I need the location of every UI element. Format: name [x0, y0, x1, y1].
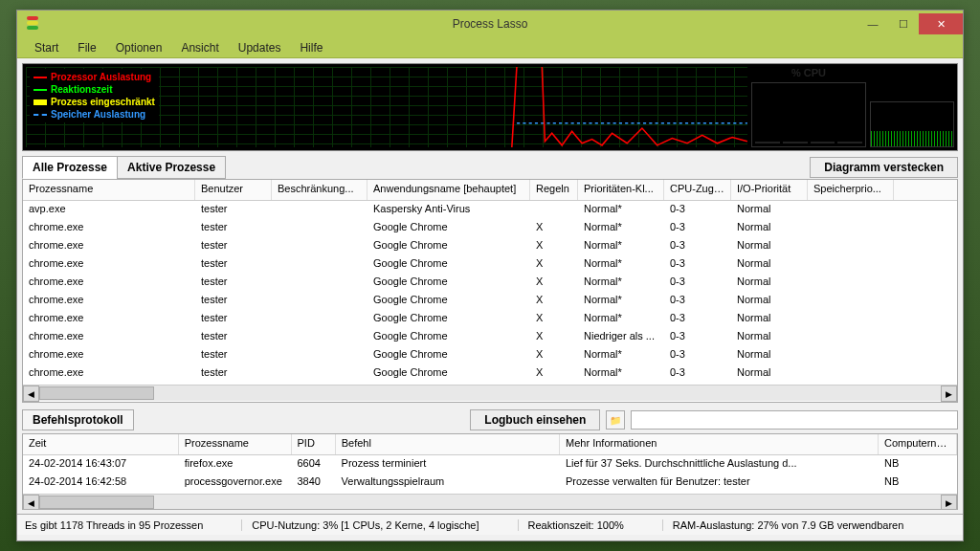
process-table-body[interactable]: avp.exetesterKaspersky Anti-VirusNormal*…	[23, 201, 957, 385]
col-cpu-affinity[interactable]: CPU-Zuge...	[664, 180, 731, 200]
scroll-right-icon[interactable]: ▶	[941, 386, 957, 402]
col-restriction[interactable]: Beschränkung...	[272, 180, 368, 200]
table-row[interactable]: chrome.exetesterGoogle ChromeXNormal*0-3…	[23, 237, 957, 255]
process-table: Prozessname Benutzer Beschränkung... Anw…	[22, 179, 958, 403]
scroll-thumb[interactable]	[39, 386, 154, 400]
col-info[interactable]: Mehr Informationen	[560, 434, 879, 454]
table-row[interactable]: chrome.exetesterGoogle ChromeXNormal*0-3…	[23, 219, 957, 237]
table-row[interactable]: chrome.exetesterGoogle ChromeXNormal*0-3…	[23, 292, 957, 310]
menu-view[interactable]: Ansicht	[171, 38, 228, 57]
log-table: Zeit Prozessname PID Befehl Mehr Informa…	[22, 433, 958, 510]
col-user[interactable]: Benutzer	[195, 180, 272, 200]
cpu-line-chart	[26, 67, 747, 147]
col-computer[interactable]: Computernam	[879, 434, 957, 454]
table-row[interactable]: chrome.exetesterGoogle ChromeXNormal*0-3…	[23, 364, 957, 383]
menu-options[interactable]: Optionen	[106, 38, 172, 57]
table-row[interactable]: chrome.exetesterGoogle ChromeXNormal*0-3…	[23, 274, 957, 292]
table-row[interactable]: avp.exetesterKaspersky Anti-VirusNormal*…	[23, 201, 957, 219]
process-table-header[interactable]: Prozessname Benutzer Beschränkung... Anw…	[23, 180, 957, 201]
main-chart: Prozessor Auslastung Reaktionszeit Proze…	[26, 67, 747, 147]
tabs-row: Alle Prozesse Aktive Prozesse Diagramm v…	[17, 156, 963, 179]
col-mem-priority[interactable]: Speicherprio...	[808, 180, 894, 200]
col-priority[interactable]: Prioritäten-Kl...	[578, 180, 664, 200]
status-ram: RAM-Auslastung: 27% von 7.9 GB verwendba…	[662, 519, 904, 531]
table-row[interactable]: chrome.exetesterGoogle ChromeXNiedriger …	[23, 328, 957, 346]
col-processname[interactable]: Prozessname	[23, 180, 195, 200]
tab-active-processes[interactable]: Aktive Prozesse	[117, 156, 226, 179]
status-cpu: CPU-Nutzung: 3% [1 CPUs, 2 Kerne, 4 logi…	[241, 519, 479, 531]
status-bar: Es gibt 1178 Threads in 95 Prozessen CPU…	[17, 514, 963, 535]
scroll-thumb[interactable]	[39, 496, 154, 509]
hide-chart-button[interactable]: Diagramm verstecken	[810, 157, 958, 178]
log-table-header[interactable]: Zeit Prozessname PID Befehl Mehr Informa…	[23, 434, 957, 455]
col-time[interactable]: Zeit	[23, 434, 179, 454]
view-log-button[interactable]: Logbuch einsehen	[470, 409, 600, 430]
col-pid[interactable]: PID	[292, 434, 336, 454]
main-window: Process Lasso — ☐ ✕ Start File Optionen …	[16, 10, 964, 541]
status-threads: Es gibt 1178 Threads in 95 Prozessen	[25, 519, 203, 531]
cpu-bars-panel: % CPU	[751, 67, 866, 147]
log-folder-icon[interactable]: 📁	[606, 410, 625, 430]
menubar: Start File Optionen Ansicht Updates Hilf…	[17, 37, 963, 58]
menu-updates[interactable]: Updates	[229, 38, 291, 57]
menu-help[interactable]: Hilfe	[290, 38, 332, 57]
col-io-priority[interactable]: I/O-Priorität	[731, 180, 808, 200]
col-command[interactable]: Befehl	[336, 434, 560, 454]
window-title: Process Lasso	[17, 17, 963, 31]
log-horizontal-scrollbar[interactable]: ◀ ▶	[23, 494, 957, 510]
table-row[interactable]: chrome.exetesterGoogle ChromeXNormal*0-3…	[23, 310, 957, 328]
titlebar[interactable]: Process Lasso — ☐ ✕	[17, 11, 963, 37]
table-row[interactable]: chrome.exetesterGoogle ChromeXNormal*0-3…	[23, 255, 957, 274]
menu-file[interactable]: File	[68, 38, 105, 57]
col-rules[interactable]: Regeln	[530, 180, 578, 200]
tab-all-processes[interactable]: Alle Prozesse	[22, 156, 118, 179]
ram-panel: RAM-Nutzung	[870, 67, 954, 147]
log-label: Befehlsprotokoll	[22, 409, 134, 430]
horizontal-scrollbar[interactable]: ◀ ▶	[23, 385, 957, 401]
scroll-right-icon[interactable]: ▶	[941, 495, 957, 510]
log-toolbar: Befehlsprotokoll Logbuch einsehen 📁	[17, 407, 963, 433]
menu-start[interactable]: Start	[25, 38, 68, 57]
scroll-left-icon[interactable]: ◀	[23, 386, 39, 402]
log-filter-input[interactable]	[631, 410, 958, 430]
table-row[interactable]: 24-02-2014 16:43:07firefox.exe6604Prozes…	[23, 455, 957, 474]
status-response: Reaktionszeit: 100%	[518, 519, 624, 531]
chart-panel: Prozessor Auslastung Reaktionszeit Proze…	[22, 63, 958, 151]
col-appname[interactable]: Anwendungsname [behauptet]	[368, 180, 530, 200]
scroll-left-icon[interactable]: ◀	[23, 495, 39, 510]
col-procname[interactable]: Prozessname	[179, 434, 292, 454]
table-row[interactable]: 24-02-2014 16:42:58processgovernor.exe38…	[23, 474, 957, 492]
table-row[interactable]: chrome.exetesterGoogle ChromeXNormal*0-3…	[23, 346, 957, 364]
log-table-body[interactable]: 24-02-2014 16:43:07firefox.exe6604Prozes…	[23, 455, 957, 494]
